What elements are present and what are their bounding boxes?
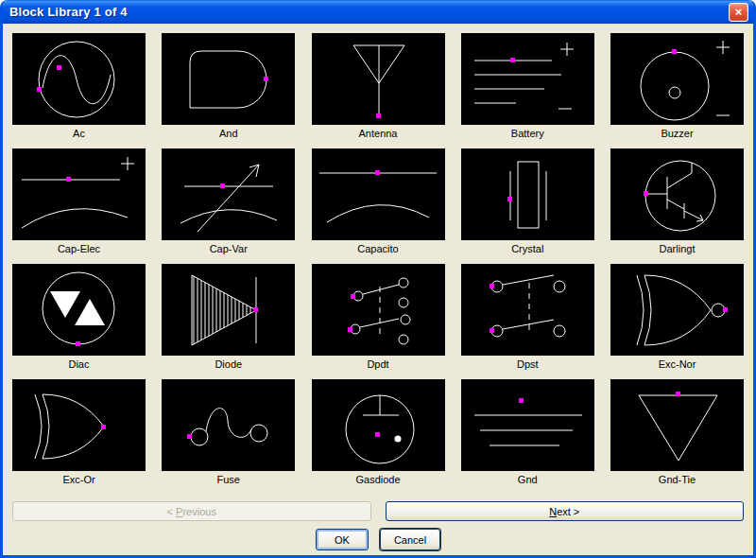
block-label: Gnd-Tie	[610, 471, 744, 490]
block-label: Cap-Var	[162, 240, 295, 259]
block-tile-cap-elec[interactable]	[12, 148, 146, 240]
gnd-tie-symbol-icon	[610, 379, 744, 471]
crystal-symbol-icon	[461, 148, 594, 240]
block-tile-exc-or[interactable]	[12, 379, 146, 471]
block-tile-battery[interactable]	[461, 33, 594, 125]
block-label: Dpst	[461, 356, 594, 375]
block-tile-dpst[interactable]	[461, 264, 594, 356]
block-label: Darlingt	[610, 240, 744, 259]
battery-symbol-icon	[461, 33, 594, 125]
previous-button[interactable]: < Previous	[12, 501, 371, 521]
block-tile-crystal[interactable]	[461, 148, 594, 240]
block-tile-fuse[interactable]	[162, 379, 295, 471]
block-tile-buzzer[interactable]	[610, 33, 744, 125]
block-cell-exc-or: Exc-Or	[12, 379, 146, 490]
block-label: Ac	[12, 125, 146, 144]
block-label: Gasdiode	[312, 471, 445, 490]
block-label: Exc-Nor	[610, 356, 744, 375]
cancel-button[interactable]: Cancel	[380, 529, 440, 550]
block-cell-cap-var: Cap-Var	[162, 148, 295, 259]
block-cell-and: And	[162, 33, 295, 144]
exc-nor-symbol-icon	[610, 264, 744, 356]
block-label: Crystal	[461, 240, 594, 259]
block-cell-ac: Ac	[12, 33, 146, 144]
dpst-symbol-icon	[461, 264, 594, 356]
cap-elec-symbol-icon	[12, 148, 146, 240]
block-cell-gasdiode: Gasdiode	[312, 379, 445, 490]
next-button[interactable]: Next >	[386, 501, 745, 521]
capacito-symbol-icon	[312, 148, 445, 240]
block-tile-gnd[interactable]	[461, 379, 594, 471]
diode-symbol-icon	[162, 264, 295, 356]
block-cell-dpdt: Dpdt	[312, 264, 445, 375]
block-label: Antenna	[312, 125, 445, 144]
block-tile-exc-nor[interactable]	[610, 264, 744, 356]
antenna-symbol-icon	[312, 33, 445, 125]
block-tile-darlingt[interactable]	[610, 148, 744, 240]
gasdiode-symbol-icon	[312, 379, 445, 471]
fuse-symbol-icon	[162, 379, 295, 471]
exc-or-symbol-icon	[12, 379, 146, 471]
block-tile-diode[interactable]	[162, 264, 295, 356]
block-cell-gnd-tie: Gnd-Tie	[610, 379, 744, 490]
block-tile-gasdiode[interactable]	[312, 379, 445, 471]
titlebar[interactable]: Block Library 1 of 4 ×	[3, 0, 753, 24]
pager-row: < Previous Next >	[12, 501, 744, 521]
block-label: And	[162, 125, 295, 144]
block-cell-battery: Battery	[461, 33, 594, 144]
cap-var-symbol-icon	[162, 148, 295, 240]
block-tile-dpdt[interactable]	[312, 264, 445, 356]
and-symbol-icon	[162, 33, 295, 125]
block-label: Diac	[12, 356, 146, 375]
block-tile-gnd-tie[interactable]	[610, 379, 744, 471]
block-tile-diac[interactable]	[12, 264, 146, 356]
block-cell-fuse: Fuse	[162, 379, 295, 490]
block-tile-capacito[interactable]	[312, 148, 445, 240]
block-label: Battery	[461, 125, 594, 144]
block-cell-crystal: Crystal	[461, 148, 594, 259]
gnd-symbol-icon	[461, 379, 594, 471]
ac-symbol-icon	[12, 33, 146, 125]
block-cell-exc-nor: Exc-Nor	[610, 264, 744, 375]
dialog-body: Ac And An	[3, 24, 753, 555]
block-grid: Ac And An	[12, 33, 744, 490]
block-label: Dpdt	[312, 356, 445, 375]
block-tile-and[interactable]	[162, 33, 295, 125]
block-label: Cap-Elec	[12, 240, 146, 259]
block-label: Gnd	[461, 471, 594, 490]
block-cell-antenna: Antenna	[312, 33, 445, 144]
block-label: Buzzer	[610, 125, 744, 144]
block-label: Capacito	[312, 240, 445, 259]
action-row: OK Cancel	[12, 529, 744, 550]
buzzer-symbol-icon	[610, 33, 744, 125]
dpdt-symbol-icon	[312, 264, 445, 356]
ok-button[interactable]: OK	[316, 529, 369, 550]
block-cell-darlingt: Darlingt	[610, 148, 744, 259]
block-tile-antenna[interactable]	[312, 33, 445, 125]
diac-symbol-icon	[12, 264, 146, 356]
block-cell-dpst: Dpst	[461, 264, 594, 375]
block-cell-diac: Diac	[12, 264, 146, 375]
block-tile-cap-var[interactable]	[162, 148, 295, 240]
close-icon[interactable]: ×	[729, 3, 748, 22]
darlingt-symbol-icon	[610, 148, 744, 240]
block-label: Diode	[162, 356, 295, 375]
block-cell-diode: Diode	[162, 264, 295, 375]
block-cell-gnd: Gnd	[461, 379, 594, 490]
block-cell-cap-elec: Cap-Elec	[12, 148, 146, 259]
block-label: Fuse	[162, 471, 295, 490]
block-label: Exc-Or	[12, 471, 146, 490]
block-tile-ac[interactable]	[12, 33, 146, 125]
block-library-dialog: Block Library 1 of 4 × Ac	[0, 0, 756, 558]
block-cell-capacito: Capacito	[312, 148, 445, 259]
window-title: Block Library 1 of 4	[9, 5, 729, 19]
block-cell-buzzer: Buzzer	[610, 33, 744, 144]
